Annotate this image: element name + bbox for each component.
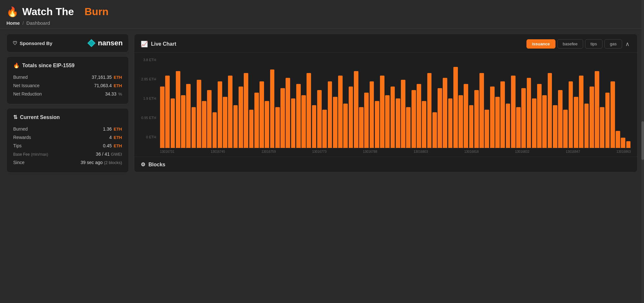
bar xyxy=(171,98,175,148)
bar xyxy=(401,80,405,148)
bar xyxy=(270,69,275,148)
net-reduction-row: Net Reduction 34.33 % xyxy=(13,90,122,98)
collapse-button[interactable]: ∧ xyxy=(624,41,631,48)
session-rewards-row: Rewards 4 ETH xyxy=(13,133,122,142)
bar xyxy=(296,84,301,148)
chart-btn-gas[interactable]: gas xyxy=(604,39,622,49)
burned-label: Burned xyxy=(13,75,28,80)
x-label: 13016788 xyxy=(363,150,377,153)
bar xyxy=(380,76,384,148)
bar xyxy=(532,98,536,148)
chart-btn-basefee[interactable]: basefee xyxy=(557,39,583,49)
bar xyxy=(406,107,411,148)
session-tips-label: Tips xyxy=(13,143,22,148)
bar xyxy=(600,107,604,148)
bar xyxy=(474,90,479,148)
y-label-top: 3.8 ETH xyxy=(143,58,156,62)
net-issuance-label: Net Issuance xyxy=(13,83,40,88)
since-row: Since 39 sec ago (2 blocks) xyxy=(13,158,122,167)
bar xyxy=(244,73,248,148)
blocks-icon: ⚙ xyxy=(141,161,145,168)
burned-unit: ETH xyxy=(114,75,122,80)
bar-chart: 3.8 ETH 2.85 ETH 1.9 ETH 0.95 ETH 0 ETH … xyxy=(141,58,631,153)
scrollbar-track[interactable] xyxy=(641,0,644,303)
current-session-card: ⇅ Current Session Burned 1.36 ETH Reward… xyxy=(6,108,129,173)
breadcrumb-separator: / xyxy=(23,20,24,26)
nansen-name: nansen xyxy=(98,39,123,47)
totals-section-title: 🔥 Totals since EIP-1559 xyxy=(13,62,122,69)
chart-controls: issuance basefee tips gas xyxy=(526,39,622,49)
x-label: 13016745 xyxy=(211,150,225,153)
chart-area: 3.8 ETH 2.85 ETH 1.9 ETH 0.95 ETH 0 ETH xyxy=(141,58,631,148)
bar xyxy=(286,78,290,148)
net-reduction-label: Net Reduction xyxy=(13,91,42,96)
chart-btn-issuance[interactable]: issuance xyxy=(526,39,555,49)
scrollbar-thumb[interactable] xyxy=(641,121,644,160)
chart-body: 3.8 ETH 2.85 ETH 1.9 ETH 0.95 ETH 0 ETH … xyxy=(134,53,637,157)
net-issuance-row: Net Issuance 71,063.4 ETH xyxy=(13,81,122,90)
bar xyxy=(192,107,196,148)
sponsored-card: ♡ Sponsored By nansen xyxy=(6,34,129,52)
bar xyxy=(432,112,437,148)
bar xyxy=(260,81,264,148)
bar xyxy=(605,93,610,148)
session-burned-unit: ETH xyxy=(114,127,122,132)
bar xyxy=(490,87,495,148)
x-label: 13016731 xyxy=(160,150,175,153)
session-icon: ⇅ xyxy=(13,114,17,120)
bar xyxy=(396,98,400,148)
bar xyxy=(317,90,322,148)
bar xyxy=(291,98,296,148)
main-layout: ♡ Sponsored By nansen 🔥 Totals since EIP… xyxy=(0,29,644,178)
burned-value: 37,161.35 xyxy=(92,75,112,80)
x-label: 13016818 xyxy=(464,150,479,153)
y-axis: 3.8 ETH 2.85 ETH 1.9 ETH 0.95 ETH 0 ETH xyxy=(141,58,159,139)
since-value-group: 39 sec ago (2 blocks) xyxy=(80,160,122,165)
bar xyxy=(553,105,557,148)
bar xyxy=(181,95,185,148)
base-fee-max: 41 xyxy=(105,152,110,157)
bar xyxy=(343,104,348,148)
bar xyxy=(485,110,489,148)
breadcrumb-home[interactable]: Home xyxy=(6,20,20,26)
chart-btn-tips[interactable]: tips xyxy=(585,39,602,49)
title-burn: Burn xyxy=(84,6,109,18)
y-label-bottom: 0 ETH xyxy=(146,135,156,139)
bar xyxy=(176,71,180,148)
bar xyxy=(233,105,238,148)
bar xyxy=(385,95,390,148)
bar xyxy=(563,110,568,148)
blocks-header: ⚙ Blocks xyxy=(141,161,631,168)
sponsored-label: ♡ Sponsored By xyxy=(13,40,52,46)
x-label: 13016847 xyxy=(566,150,580,153)
bar xyxy=(254,93,259,148)
bar xyxy=(595,71,599,148)
bar xyxy=(186,84,191,148)
nansen-diamond-icon xyxy=(87,39,96,48)
net-reduction-unit: % xyxy=(118,92,122,96)
bar xyxy=(443,78,447,148)
session-burned-value: 1.36 xyxy=(103,126,112,132)
bar xyxy=(616,131,620,148)
x-label: 13016863 xyxy=(617,150,631,153)
bar xyxy=(280,88,285,148)
heart-icon: ♡ xyxy=(13,40,17,46)
bar xyxy=(218,81,222,148)
bar xyxy=(527,78,531,148)
burned-value-group: 37,161.35 ETH xyxy=(92,75,122,80)
session-tips-unit: ETH xyxy=(114,143,122,148)
bar xyxy=(621,138,625,148)
session-tips-row: Tips 0.45 ETH xyxy=(13,142,122,150)
title-watch-the: Watch The xyxy=(22,6,74,18)
sponsored-by-text: Sponsored By xyxy=(20,41,52,46)
y-label-2: 2.85 ETH xyxy=(141,77,156,81)
bar xyxy=(422,101,426,148)
bar xyxy=(579,76,583,148)
header: 🔥 Watch The Burn Home / Dashboard xyxy=(0,0,644,29)
chart-title-text: Live Chart xyxy=(151,41,176,47)
since-blocks: (2 blocks) xyxy=(104,160,122,165)
bar xyxy=(275,107,280,148)
since-label: Since xyxy=(13,160,24,165)
bar xyxy=(307,73,311,148)
x-label: 13016832 xyxy=(515,150,530,153)
